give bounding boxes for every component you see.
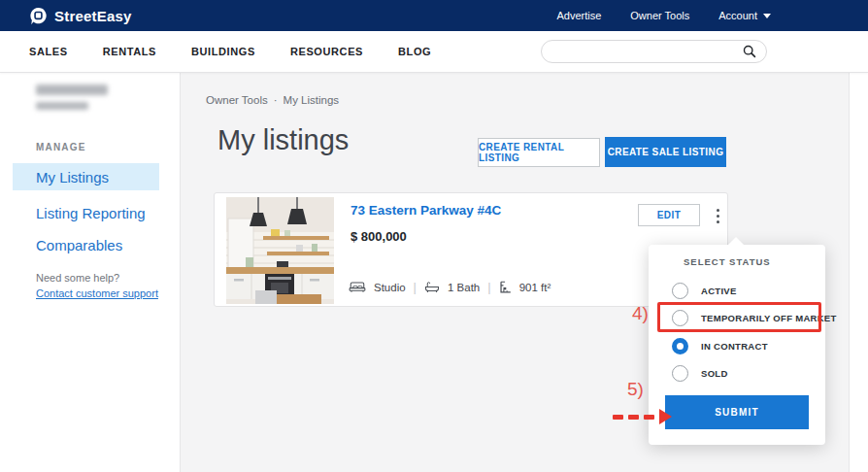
- sidebar-item-label: Comparables: [36, 237, 122, 253]
- streeteasy-page: StreetEasy Advertise Owner Tools Account…: [0, 0, 868, 472]
- status-option-label: ACTIVE: [701, 286, 737, 296]
- top-navbar: StreetEasy Advertise Owner Tools Account: [0, 0, 868, 31]
- status-option-temporarily-off-market[interactable]: TEMPORARILY OFF MARKET: [672, 310, 837, 326]
- listing-area: 901 ft²: [519, 282, 551, 293]
- advertise-link[interactable]: Advertise: [556, 10, 601, 21]
- sidebar-item-label: Listing Reporting: [36, 205, 146, 221]
- streeteasy-logo[interactable]: StreetEasy: [29, 7, 132, 25]
- nav-sales[interactable]: SALES: [29, 46, 68, 57]
- create-sale-listing-button[interactable]: CREATE SALE LISTING: [605, 137, 726, 167]
- annotation-step-5: 5): [627, 379, 644, 400]
- sidebar-item-comparables[interactable]: Comparables: [13, 231, 159, 258]
- page-title: My listings: [217, 124, 349, 156]
- breadcrumb-my-listings[interactable]: My Listings: [284, 94, 340, 106]
- nav-blog[interactable]: BLOG: [398, 46, 431, 57]
- select-status-popup: SELECT STATUS ACTIVE TEMPORARILY OFF MAR…: [649, 245, 825, 445]
- popup-title: SELECT STATUS: [684, 256, 771, 267]
- listing-baths: 1 Bath: [448, 282, 480, 293]
- contact-support-link[interactable]: Contact customer support: [36, 287, 158, 299]
- bath-icon: [424, 281, 440, 293]
- edit-button[interactable]: EDIT: [638, 204, 700, 226]
- sidebar-item-label: My Listings: [36, 169, 109, 185]
- status-option-in-contract[interactable]: IN CONTRACT: [672, 338, 768, 354]
- listing-details: Studio | 1 Bath | 901 ft²: [349, 280, 551, 294]
- create-rental-listing-button[interactable]: CREATE RENTAL LISTING: [478, 138, 600, 167]
- breadcrumb-owner-tools[interactable]: Owner Tools: [206, 94, 268, 106]
- details-separator: |: [414, 280, 417, 294]
- sidebar-section-manage: MANAGE: [36, 142, 86, 152]
- kebab-menu-icon[interactable]: [709, 204, 726, 227]
- account-label: Account: [718, 10, 757, 21]
- account-menu[interactable]: Account: [718, 10, 771, 21]
- help-text: Need some help?: [36, 272, 119, 284]
- listing-beds: Studio: [374, 282, 406, 293]
- nav-rentals[interactable]: RENTALS: [103, 46, 156, 57]
- popup-caret: [728, 237, 744, 245]
- status-option-active[interactable]: ACTIVE: [672, 283, 737, 299]
- user-name-redacted: [36, 84, 108, 95]
- status-option-label: SOLD: [701, 368, 728, 379]
- bed-icon: [349, 281, 366, 293]
- nav-resources[interactable]: RESOURCES: [290, 46, 363, 57]
- search-input[interactable]: [542, 41, 743, 62]
- floorplan-icon: [499, 281, 512, 293]
- listing-photo[interactable]: [226, 197, 334, 304]
- search-box[interactable]: [541, 40, 767, 63]
- topnav-links: Advertise Owner Tools Account: [556, 10, 771, 21]
- user-subtitle-redacted: [36, 102, 88, 110]
- radio-unchecked-icon[interactable]: [672, 365, 688, 382]
- listing-address-link[interactable]: 73 Eastern Parkway #4C: [351, 203, 501, 218]
- search-icon[interactable]: [743, 45, 756, 58]
- breadcrumb: Owner Tools·My Listings: [206, 94, 339, 106]
- brand-name: StreetEasy: [54, 8, 132, 24]
- sidebar: MANAGE My Listings Listing Reporting Com…: [0, 73, 181, 472]
- status-option-sold[interactable]: SOLD: [672, 365, 728, 382]
- status-option-label: IN CONTRACT: [701, 341, 768, 352]
- radio-unchecked-icon[interactable]: [672, 283, 688, 299]
- speech-bubble-icon: [29, 7, 48, 25]
- status-option-label: TEMPORARILY OFF MARKET: [701, 313, 837, 323]
- radio-checked-icon[interactable]: [672, 338, 688, 354]
- breadcrumb-separator: ·: [274, 94, 278, 106]
- owner-tools-link[interactable]: Owner Tools: [630, 10, 689, 21]
- sidebar-item-listing-reporting[interactable]: Listing Reporting: [13, 199, 159, 226]
- main-navbar: SALES RENTALS BUILDINGS RESOURCES BLOG: [0, 31, 868, 73]
- scrollbar-track[interactable]: [849, 73, 868, 472]
- radio-unchecked-icon[interactable]: [672, 310, 688, 326]
- listing-price: $ 800,000: [351, 229, 407, 244]
- details-separator: |: [487, 280, 490, 294]
- nav-buildings[interactable]: BUILDINGS: [191, 46, 255, 57]
- sidebar-item-my-listings[interactable]: My Listings: [13, 163, 159, 190]
- submit-button[interactable]: SUBMIT: [665, 395, 809, 429]
- chevron-down-icon: [763, 14, 771, 18]
